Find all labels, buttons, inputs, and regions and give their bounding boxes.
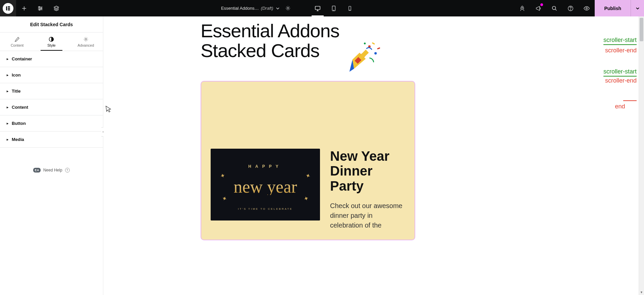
chevron-down-icon (635, 6, 640, 11)
svg-point-5 (41, 8, 42, 9)
section-label: Icon (12, 72, 21, 78)
publish-label: Publish (604, 6, 621, 11)
svg-rect-27 (372, 42, 375, 45)
sliders-icon (37, 5, 43, 11)
style-sections: ▸Container ▸Icon ▸Title ▸Content ▸Button… (0, 51, 103, 148)
svg-point-26 (364, 42, 366, 44)
marker-end-label: end (615, 103, 625, 110)
tab-content-label: Content (11, 43, 24, 47)
media-overline: HAPPY (248, 164, 282, 169)
section-label: Button (12, 121, 26, 126)
layers-icon (53, 5, 59, 11)
marker-scroller-start: scroller-start (603, 36, 637, 45)
site-settings-button[interactable] (32, 0, 48, 16)
stacked-card-selected[interactable]: ✦✦ ✦✦ HAPPY new year IT'S TIME TO CELEBR… (201, 81, 415, 240)
finder-button[interactable] (546, 0, 562, 16)
svg-point-4 (39, 6, 40, 7)
section-media[interactable]: ▸Media (0, 132, 103, 148)
scroll-down-arrow[interactable]: ▼ (639, 290, 644, 295)
tab-style[interactable]: Style (34, 33, 68, 51)
party-popper-icon (345, 38, 382, 75)
panel-title: Edit Stacked Cards (0, 16, 103, 33)
mobile-icon (347, 6, 353, 11)
svg-rect-8 (315, 6, 320, 9)
whats-new-button[interactable] (530, 0, 546, 16)
marker-scroller-end: scroller-end (603, 46, 637, 55)
scroll-markers: scroller-start scroller-end scroller-sta… (603, 36, 637, 110)
publish-options-button[interactable] (631, 0, 644, 16)
svg-rect-28 (377, 47, 380, 49)
launchpad-button[interactable] (514, 0, 530, 16)
scroll-thumb[interactable] (640, 18, 643, 41)
section-button[interactable]: ▸Button (0, 115, 103, 132)
tablet-icon (331, 5, 337, 11)
elementor-logo-button[interactable] (0, 0, 16, 16)
marker-end: end (603, 100, 637, 110)
add-element-button[interactable] (16, 0, 32, 16)
card-media-image: ✦✦ ✦✦ HAPPY new year IT'S TIME TO CELEBR… (211, 149, 320, 220)
editor-sidebar: Edit Stacked Cards Content Style Advance… (0, 16, 103, 295)
svg-point-14 (552, 6, 556, 9)
tab-advanced-label: Advanced (77, 43, 94, 47)
section-label: Title (12, 89, 21, 94)
tab-content[interactable]: Content (0, 33, 34, 51)
caret-right-icon: ▸ (7, 73, 8, 77)
help-icon (568, 5, 574, 11)
device-mobile-button[interactable] (342, 0, 358, 16)
section-title[interactable]: ▸Title (0, 83, 103, 99)
section-content[interactable]: ▸Content (0, 99, 103, 115)
section-label: Container (12, 56, 32, 61)
canvas-scrollbar[interactable]: ▲ ▼ (639, 16, 644, 295)
svg-point-6 (39, 9, 40, 10)
megaphone-icon (535, 5, 541, 11)
preview-button[interactable] (579, 0, 595, 16)
editor-canvas[interactable]: Essential Addons Stacked Cards (103, 16, 644, 295)
section-label: Content (12, 105, 28, 110)
svg-point-12 (350, 10, 350, 10)
contrast-icon (34, 37, 68, 42)
marker-scroller-end-2: scroller-end (603, 77, 637, 85)
need-help-link[interactable]: EA Need Help ? (0, 168, 103, 173)
panel-tabs: Content Style Advanced (0, 33, 103, 51)
mouse-cursor (106, 105, 112, 113)
document-name: Essential Addons… (221, 6, 259, 11)
caret-right-icon: ▸ (7, 121, 8, 125)
svg-point-16 (571, 9, 571, 10)
search-icon (551, 5, 557, 11)
need-help-label: Need Help (43, 168, 62, 173)
responsive-device-switcher (310, 0, 358, 16)
card-title: New Year Dinner Party (330, 149, 405, 194)
svg-rect-0 (6, 6, 7, 10)
tab-advanced[interactable]: Advanced (69, 33, 103, 51)
section-label: Media (12, 137, 24, 142)
media-subline: IT'S TIME TO CELEBRATE (238, 207, 292, 210)
device-tablet-button[interactable] (326, 0, 342, 16)
structure-button[interactable] (48, 0, 64, 16)
notification-dot (540, 3, 543, 6)
ea-badge: EA (33, 168, 41, 173)
svg-point-19 (85, 39, 87, 40)
svg-rect-2 (8, 8, 10, 9)
page-settings-button[interactable] (281, 0, 295, 16)
svg-point-17 (586, 7, 588, 9)
publish-button[interactable]: Publish (595, 0, 631, 16)
device-desktop-button[interactable] (310, 0, 326, 16)
media-script-text: new year (233, 179, 297, 195)
tab-style-label: Style (47, 43, 55, 47)
document-status: (Draft) (261, 6, 273, 11)
section-container[interactable]: ▸Container (0, 51, 103, 67)
help-button[interactable] (562, 0, 579, 16)
svg-point-25 (374, 52, 377, 54)
marker-scroller-start-2: scroller-start (603, 67, 637, 77)
gear-icon (69, 37, 103, 42)
rocket-icon (519, 5, 525, 11)
section-icon[interactable]: ▸Icon (0, 67, 103, 83)
document-title[interactable]: Essential Addons… (Draft) (221, 6, 280, 11)
card-body-text: Check out our awesome dinner party in ce… (330, 201, 405, 230)
svg-point-10 (333, 10, 334, 10)
canvas-content: Essential Addons Stacked Cards (103, 21, 644, 295)
caret-right-icon: ▸ (7, 57, 8, 61)
svg-point-13 (522, 7, 523, 8)
chevron-down-icon (275, 6, 280, 11)
caret-right-icon: ▸ (7, 105, 8, 109)
